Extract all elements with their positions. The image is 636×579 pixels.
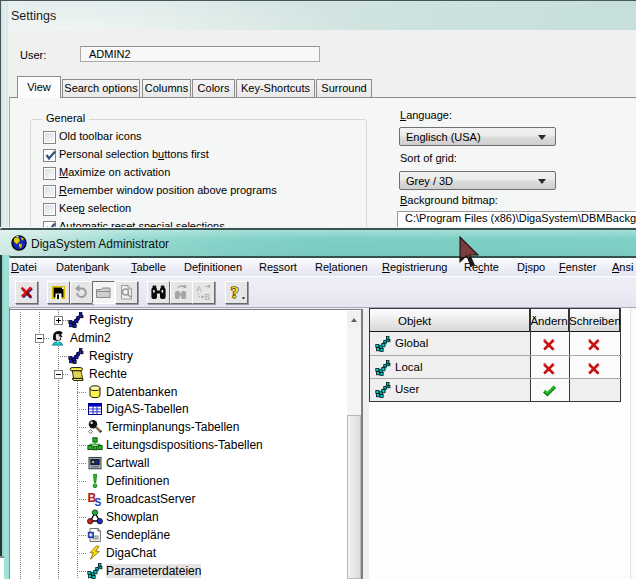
svg-text:B: B [205,292,211,302]
svg-text:?: ? [231,283,240,302]
svg-text:S: S [95,497,102,508]
svg-text:A: A [196,284,202,294]
